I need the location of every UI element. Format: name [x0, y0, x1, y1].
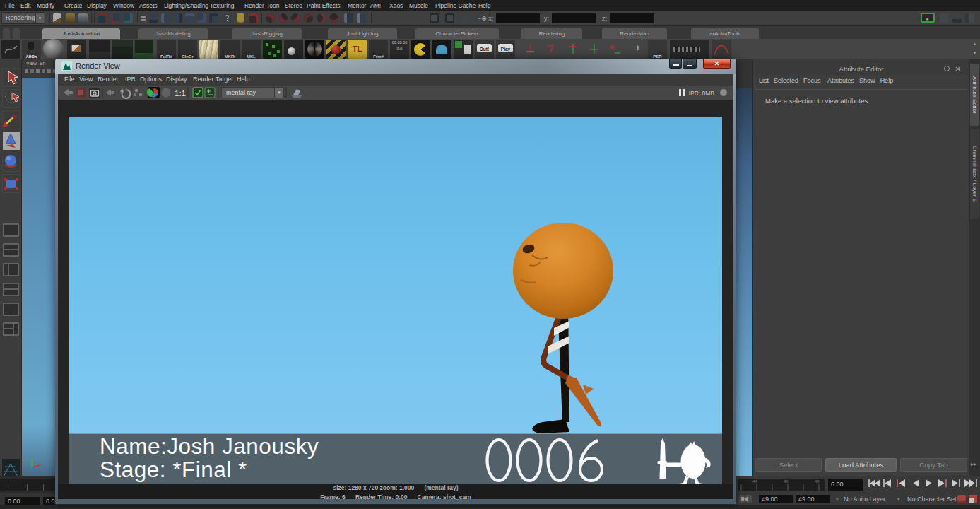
svg-text:44: 44	[752, 479, 757, 484]
svg-text:1:1: 1:1	[175, 89, 186, 98]
svg-text:46: 46	[784, 479, 789, 484]
svg-text:48: 48	[815, 479, 820, 484]
